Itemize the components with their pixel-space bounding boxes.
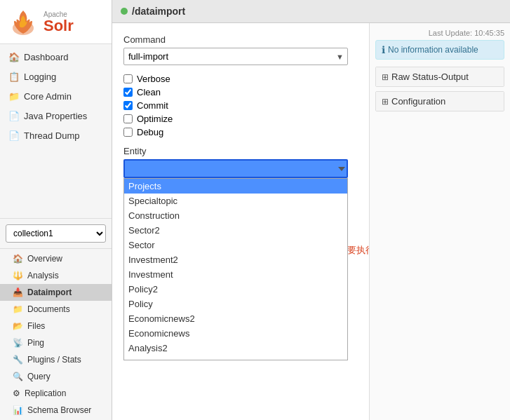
checkbox-verbose[interactable]: Verbose bbox=[123, 74, 358, 84]
command-select[interactable]: full-import delta-import status reload-c… bbox=[123, 48, 348, 65]
info-icon: ℹ bbox=[382, 45, 385, 55]
clean-checkbox[interactable] bbox=[123, 88, 133, 97]
sub-nav-plugins-stats[interactable]: 🔧 Plugins / Stats bbox=[0, 351, 112, 368]
sub-nav-overview[interactable]: 🏠 Overview bbox=[0, 250, 112, 267]
raw-status-label: Raw Status-Output bbox=[391, 72, 469, 82]
optimize-checkbox[interactable] bbox=[123, 114, 133, 123]
sub-nav-items: 🏠 Overview 🔱 Analysis 📥 Dataimport 📁 Doc… bbox=[0, 249, 112, 420]
overview-icon: 🏠 bbox=[13, 254, 23, 264]
raw-status-header[interactable]: ⊞ Raw Status-Output bbox=[376, 67, 504, 86]
entity-input[interactable] bbox=[123, 159, 348, 178]
configuration-section: ⊞ Configuration bbox=[375, 91, 504, 111]
sub-nav-query[interactable]: 🔍 Query bbox=[0, 368, 112, 385]
core-admin-icon: 📁 bbox=[8, 90, 20, 102]
commit-label: Commit bbox=[137, 100, 168, 111]
entity-label: Entity bbox=[123, 146, 358, 156]
configuration-header[interactable]: ⊞ Configuration bbox=[376, 92, 504, 111]
entity-option-economicnews2[interactable]: Economicnews2 bbox=[124, 311, 347, 326]
plugins-icon: 🔧 bbox=[13, 355, 23, 365]
analysis-icon: 🔱 bbox=[13, 271, 23, 280]
query-icon: 🔍 bbox=[13, 372, 23, 381]
command-group: Command full-import delta-import status … bbox=[123, 34, 358, 65]
checkbox-debug[interactable]: Debug bbox=[123, 127, 358, 137]
entity-group: Entity Projects Specialtopic Constructio… bbox=[123, 146, 358, 178]
collection-selector: collection1 bbox=[0, 218, 112, 249]
commit-checkbox[interactable] bbox=[123, 101, 133, 110]
optimize-label: Optimize bbox=[137, 114, 173, 124]
sub-nav-dataimport[interactable]: 📥 Dataimport bbox=[0, 284, 112, 301]
plugins-label: Plugins / Stats bbox=[27, 355, 81, 365]
debug-checkbox[interactable] bbox=[123, 128, 133, 137]
sub-nav-ping[interactable]: 📡 Ping bbox=[0, 334, 112, 351]
dashboard-icon: 🏠 bbox=[8, 51, 20, 62]
collection-select[interactable]: collection1 bbox=[6, 224, 106, 243]
sub-nav-files[interactable]: 📂 Files bbox=[0, 318, 112, 334]
solr-logo-icon bbox=[8, 7, 38, 36]
logging-icon: 📋 bbox=[8, 71, 20, 82]
dataimport-label: Dataimport bbox=[27, 287, 72, 297]
entity-option-policy2[interactable]: Policy2 bbox=[124, 282, 347, 297]
timestamp: Last Update: 10:45:35 bbox=[375, 29, 504, 37]
left-panel: Command full-import delta-import status … bbox=[112, 23, 370, 420]
solr-label: Solr bbox=[43, 18, 74, 34]
dataimport-icon: 📥 bbox=[13, 287, 23, 297]
sidebar-item-logging[interactable]: 📋 Logging bbox=[0, 67, 112, 86]
sub-nav-documents[interactable]: 📁 Documents bbox=[0, 301, 112, 318]
sub-nav-replication[interactable]: ⚙ Replication bbox=[0, 385, 112, 402]
info-box: ℹ No information available bbox=[375, 40, 504, 60]
sub-nav-schema-browser[interactable]: 📊 Schema Browser bbox=[0, 402, 112, 419]
query-label: Query bbox=[27, 372, 51, 381]
thread-dump-label: Thread Dump bbox=[24, 130, 79, 141]
entity-option-analysis[interactable]: Analysis bbox=[124, 355, 347, 360]
info-text: No information available bbox=[388, 45, 478, 55]
analysis-label: Analysis bbox=[27, 271, 59, 280]
entity-option-sector[interactable]: Sector bbox=[124, 238, 347, 252]
schema-browser-icon: 📊 bbox=[13, 405, 23, 415]
command-label: Command bbox=[123, 34, 358, 45]
sidebar-item-java-properties[interactable]: 📄 Java Properties bbox=[0, 106, 112, 126]
checkbox-optimize[interactable]: Optimize bbox=[123, 114, 358, 124]
entity-option-sector2[interactable]: Sector2 bbox=[124, 223, 347, 238]
core-admin-label: Core Admin bbox=[24, 91, 72, 102]
content-header: /dataimport bbox=[112, 0, 510, 23]
nav-items: 🏠 Dashboard 📋 Logging 📁 Core Admin 📄 Jav… bbox=[0, 44, 112, 218]
status-dot bbox=[121, 8, 128, 15]
java-icon: 📄 bbox=[8, 110, 20, 121]
entity-dropdown-list: Projects Specialtopic Construction Secto… bbox=[123, 178, 348, 360]
main-content: /dataimport Command full-import delta-im… bbox=[112, 0, 510, 420]
entity-option-specialtopic[interactable]: Specialtopic bbox=[124, 194, 347, 208]
files-icon: 📂 bbox=[13, 321, 23, 331]
entity-option-policy[interactable]: Policy bbox=[124, 297, 347, 311]
entity-option-construction[interactable]: Construction bbox=[124, 208, 347, 223]
ping-icon: 📡 bbox=[13, 338, 23, 348]
replication-label: Replication bbox=[25, 388, 66, 398]
entity-option-investment[interactable]: Investment bbox=[124, 267, 347, 282]
checkbox-clean[interactable]: Clean bbox=[123, 87, 358, 97]
sidebar-item-dashboard[interactable]: 🏠 Dashboard bbox=[0, 47, 112, 67]
sidebar-item-thread-dump[interactable]: 📄 Thread Dump bbox=[0, 126, 112, 145]
sidebar-item-core-admin[interactable]: 📁 Core Admin bbox=[0, 86, 112, 106]
logo-text: Apache Solr bbox=[43, 11, 74, 34]
logging-label: Logging bbox=[24, 72, 56, 82]
sub-nav-analysis[interactable]: 🔱 Analysis bbox=[0, 267, 112, 284]
entity-option-analysis2[interactable]: Analysis2 bbox=[124, 341, 347, 355]
configuration-label: Configuration bbox=[391, 96, 445, 107]
entity-option-economicnews[interactable]: Economicnews bbox=[124, 326, 347, 341]
raw-status-expand-icon: ⊞ bbox=[382, 72, 389, 82]
java-properties-label: Java Properties bbox=[24, 111, 87, 121]
overview-label: Overview bbox=[27, 254, 62, 264]
entity-option-projects[interactable]: Projects bbox=[124, 179, 347, 194]
sidebar: Apache Solr 🏠 Dashboard 📋 Logging 📁 Core… bbox=[0, 0, 112, 420]
replication-icon: ⚙ bbox=[13, 388, 20, 398]
ping-label: Ping bbox=[27, 338, 44, 348]
content-title: /dataimport bbox=[132, 6, 185, 17]
right-panel: Last Update: 10:45:35 ℹ No information a… bbox=[370, 23, 510, 420]
documents-label: Documents bbox=[27, 304, 70, 314]
schema-browser-label: Schema Browser bbox=[27, 405, 91, 415]
content-body: Command full-import delta-import status … bbox=[112, 23, 510, 420]
debug-label: Debug bbox=[137, 127, 163, 137]
verbose-checkbox[interactable] bbox=[123, 74, 133, 83]
dashboard-label: Dashboard bbox=[24, 52, 69, 62]
checkbox-commit[interactable]: Commit bbox=[123, 100, 358, 111]
entity-option-investment2[interactable]: Investment2 bbox=[124, 252, 347, 267]
